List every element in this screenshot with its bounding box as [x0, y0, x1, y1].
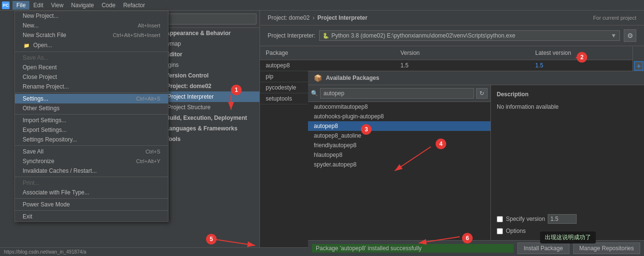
interpreter-label: Project Interpreter: — [268, 32, 315, 39]
menu-synchronize[interactable]: Synchronize Ctrl+Alt+Y — [15, 156, 168, 166]
interpreter-select[interactable]: 🐍 Python 3.8 (dome02) E:\pythonxianmu\do… — [319, 30, 620, 41]
tree-editor[interactable]: ▶ Editor — [154, 49, 259, 60]
interpreter-gear-button[interactable]: ⚙ — [624, 29, 636, 42]
annotation-6: 6 — [462, 233, 473, 243]
menu-exit[interactable]: Exit — [15, 212, 168, 221]
specify-version-label: Specify version — [506, 216, 545, 222]
available-search-input[interactable] — [320, 88, 474, 99]
menu-other-settings[interactable]: Other Settings — [15, 103, 168, 113]
packages-icon: 📦 — [314, 74, 322, 82]
tree-project-interpreter[interactable]: Project Interpreter — [154, 91, 259, 102]
list-item[interactable]: hlautopep8 — [308, 150, 490, 160]
menu-open[interactable]: 📁 Open... — [15, 40, 168, 51]
menu-assoc-file[interactable]: Associate with File Type... — [15, 188, 168, 197]
menu-sep-4 — [15, 145, 168, 146]
app-icon: PC — [2, 1, 10, 9]
available-packages-title: Available Packages — [326, 75, 379, 81]
available-packages-left: 🔍 ↻ autocommitautopep8 autohooks-plugin-… — [308, 85, 491, 240]
breadcrumb-project: Project: dome02 — [268, 14, 309, 21]
menu-code[interactable]: Code — [98, 1, 119, 10]
tree-build[interactable]: ▶ Build, Execution, Deployment — [154, 113, 259, 123]
version-input[interactable] — [548, 214, 577, 224]
annotation-4: 4 — [436, 139, 446, 149]
table-row: autopep8 1.5 1.5 — [260, 60, 632, 71]
tree-languages[interactable]: ▶ Languages & Frameworks — [154, 123, 259, 134]
folder-icon: 📁 — [23, 41, 30, 49]
tree-version-control[interactable]: ▶ Version Control — [154, 70, 259, 81]
available-packages-right: Description No information available Spe… — [491, 85, 644, 240]
interpreter-value: Python 3.8 (dome02) E:\pythonxianmu\dome… — [331, 32, 515, 39]
menu-sep-3 — [15, 114, 168, 115]
settings-content: Project: dome02 › Project Interpreter Fo… — [260, 11, 644, 256]
menu-save-all[interactable]: Save All Ctrl+S — [15, 147, 168, 156]
annotation-3: 3 — [361, 124, 372, 135]
settings-search-area — [154, 11, 259, 28]
cn-annotation: 出现这说明成功了 — [540, 231, 596, 243]
menubar: PC File Edit View Navigate Code Refactor — [0, 0, 644, 11]
list-item[interactable]: autopep8_autoline — [308, 131, 490, 141]
menu-power-save[interactable]: Power Save Mode — [15, 200, 168, 209]
tree-plugins[interactable]: Plugins — [154, 60, 259, 70]
list-item[interactable]: friendlyautopep8 — [308, 141, 490, 150]
annotation-1: 1 — [231, 85, 242, 95]
menu-open-recent[interactable]: Open Recent — [15, 63, 168, 72]
menu-export-settings[interactable]: Export Settings... — [15, 125, 168, 135]
interpreter-row: Project Interpreter: 🐍 Python 3.8 (dome0… — [260, 26, 644, 46]
annotation-2: 2 — [577, 52, 587, 63]
tree-keymap[interactable]: Keymap — [154, 38, 259, 49]
menu-new[interactable]: New... Alt+Insert — [15, 21, 168, 30]
available-packages-list: autocommitautopep8 autohooks-plugin-auto… — [308, 102, 490, 240]
settings-header: Project: dome02 › Project Interpreter Fo… — [260, 11, 644, 26]
menu-file[interactable]: File — [13, 1, 29, 10]
menu-edit[interactable]: Edit — [29, 1, 47, 10]
tree-project[interactable]: ▼ Project: dome02 — [154, 81, 259, 91]
menu-import-settings[interactable]: Import Settings... — [15, 115, 168, 125]
list-item[interactable]: spyder.autopep8 — [308, 160, 490, 169]
menu-refactor[interactable]: Refactor — [119, 1, 149, 10]
table-header-spacer — [632, 46, 644, 60]
menu-close-project[interactable]: Close Project — [15, 72, 168, 82]
install-status: Package 'autopep8' installed successfull… — [312, 244, 514, 253]
menu-print[interactable]: Print... — [15, 178, 168, 188]
options-label: Options — [506, 228, 526, 234]
menu-invalidate[interactable]: Invalidate Caches / Restart... — [15, 166, 168, 176]
breadcrumb: Project: dome02 › Project Interpreter — [268, 14, 367, 21]
col-version: Version — [395, 48, 529, 58]
menu-save-as[interactable]: Save As... — [15, 53, 168, 63]
refresh-button[interactable]: ↻ — [476, 88, 488, 99]
install-package-button[interactable]: Install Package — [517, 243, 569, 254]
for-current-project-label: For current project — [593, 15, 636, 21]
available-packages-panel: 📦 Available Packages 🔍 ↻ autocommitautop… — [308, 71, 644, 256]
list-item[interactable]: autocommitautopep8 — [308, 102, 490, 112]
menu-settings[interactable]: Settings... Ctrl+Alt+S — [15, 94, 168, 103]
manage-repositories-button[interactable]: Manage Repositories — [573, 243, 640, 254]
tree-project-structure[interactable]: Project Structure — [154, 102, 259, 113]
specify-version-checkbox[interactable] — [497, 216, 503, 222]
menu-rename-project[interactable]: Rename Project... — [15, 82, 168, 91]
url-text: https://blog.csdn.net/wan_in_491874/a — [4, 249, 86, 255]
menu-settings-repo[interactable]: Settings Repository... — [15, 135, 168, 144]
specify-version-row: Specify version — [497, 214, 638, 224]
file-menu-dropdown: New Project... New... Alt+Insert New Scr… — [14, 11, 168, 222]
add-package-button[interactable]: + — [634, 61, 644, 71]
description-title: Description — [497, 91, 638, 98]
list-item[interactable]: autohooks-plugin-autopep8 — [308, 112, 490, 121]
tree-appearance[interactable]: ▶ Appearance & Behavior — [154, 28, 259, 38]
settings-tree: ▶ Appearance & Behavior Keymap ▶ Editor … — [154, 28, 259, 256]
menu-new-project[interactable]: New Project... — [15, 11, 168, 21]
menu-view[interactable]: View — [47, 1, 67, 10]
menu-sep-7 — [15, 210, 168, 211]
available-packages-body: 🔍 ↻ autocommitautopep8 autohooks-plugin-… — [308, 85, 644, 240]
col-package: Package — [260, 48, 395, 58]
settings-search-input[interactable] — [157, 13, 257, 25]
menu-navigate[interactable]: Navigate — [67, 1, 98, 10]
breadcrumb-current: Project Interpreter — [317, 14, 367, 21]
menu-sep-6 — [15, 198, 168, 199]
menu-new-scratch[interactable]: New Scratch File Ctrl+Alt+Shift+Insert — [15, 30, 168, 40]
options-checkbox[interactable] — [497, 228, 503, 234]
list-item-selected[interactable]: autopep8 — [308, 121, 490, 131]
tree-tools[interactable]: ▶ Tools — [154, 134, 259, 144]
pkg-version: 1.5 — [395, 61, 529, 70]
annotation-5: 5 — [206, 234, 217, 244]
available-search-area: 🔍 ↻ — [308, 85, 490, 102]
